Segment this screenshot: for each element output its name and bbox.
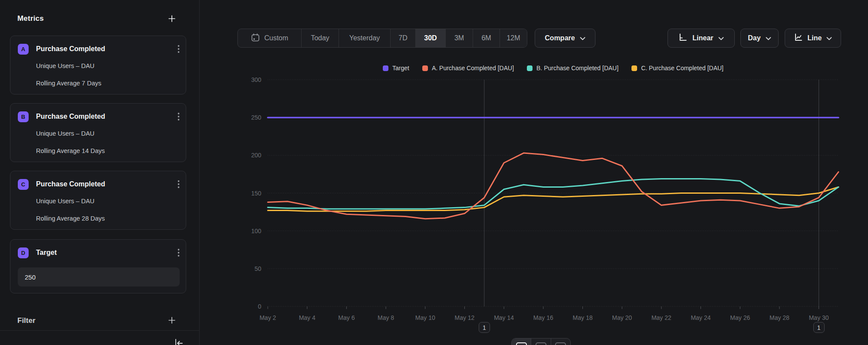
annotation-label: 1 xyxy=(483,324,486,331)
y-axis-label-50: 50 xyxy=(254,265,261,272)
x-axis-label: May 18 xyxy=(573,314,593,321)
y-axis-label-250: 250 xyxy=(251,114,262,121)
annotation-label: 1 xyxy=(817,324,821,331)
y-axis-label-300: 300 xyxy=(251,76,262,83)
x-axis-label: May 24 xyxy=(691,314,711,321)
panel-icon xyxy=(555,342,566,345)
chart-size-option-2[interactable] xyxy=(531,338,550,345)
panel-icon xyxy=(536,342,546,345)
x-axis-label: May 20 xyxy=(612,314,632,321)
panel-icon xyxy=(516,342,527,345)
x-axis-label: May 30 xyxy=(809,314,829,321)
chart-size-switcher xyxy=(511,338,571,345)
y-axis-label-100: 100 xyxy=(251,228,262,234)
chart-size-option-1[interactable] xyxy=(512,338,531,345)
x-axis-label: May 10 xyxy=(415,314,435,321)
x-axis-label: May 22 xyxy=(651,314,671,321)
x-axis-label: May 2 xyxy=(260,314,276,321)
y-axis-label-0: 0 xyxy=(258,303,261,310)
metrics-line-chart: 050100150200250300May 2May 4May 6May 8Ma… xyxy=(0,0,868,345)
series-line-c xyxy=(268,187,838,212)
x-axis-label: May 16 xyxy=(533,314,553,321)
x-axis-label: May 8 xyxy=(378,314,394,321)
x-axis-label: May 4 xyxy=(299,314,316,321)
chart-size-option-3[interactable] xyxy=(551,338,570,345)
x-axis-label: May 6 xyxy=(338,314,355,321)
annotation-marker-1[interactable]: 1 xyxy=(479,322,490,333)
x-axis-label: May 12 xyxy=(454,314,474,321)
x-axis-label: May 14 xyxy=(494,314,514,321)
annotation-marker-2[interactable]: 1 xyxy=(813,322,825,333)
y-axis-label-150: 150 xyxy=(251,190,262,197)
x-axis-label: May 26 xyxy=(730,314,750,321)
y-axis-label-200: 200 xyxy=(251,152,262,159)
x-axis-label: May 28 xyxy=(769,314,789,321)
